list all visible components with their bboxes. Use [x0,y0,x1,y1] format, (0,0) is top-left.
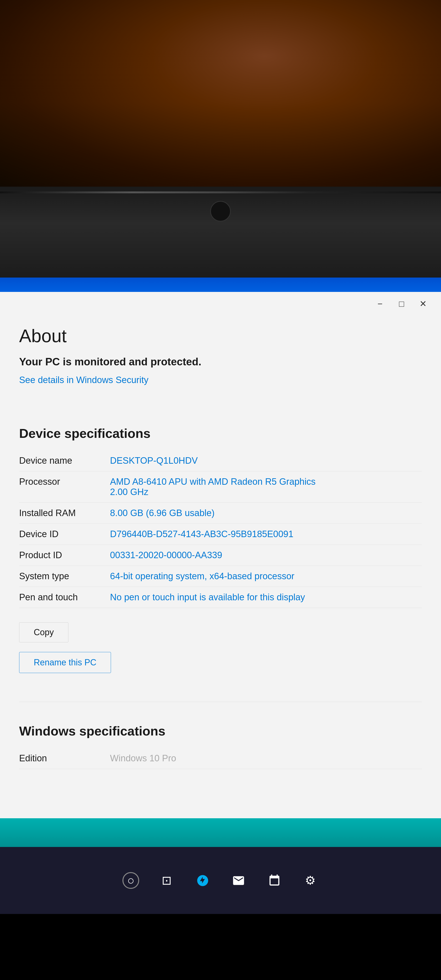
bottom-bar [0,818,441,847]
spec-value: Windows 10 Pro [110,748,422,769]
restore-button[interactable]: □ [393,298,410,310]
spec-value: 00331-20020-00000-AA339 [110,545,422,566]
spec-label: Device ID [19,524,110,545]
spec-label: Product ID [19,545,110,566]
edge-taskbar-icon[interactable] [192,870,213,891]
spec-label: Pen and touch [19,587,110,608]
windows-specs-title: Windows specifications [19,724,422,738]
table-row: Product ID00331-20020-00000-AA339 [19,545,422,566]
photo-background [0,0,441,187]
window-content: About Your PC is monitored and protected… [0,316,441,793]
table-row: Device nameDESKTOP-Q1L0HDV [19,450,422,471]
spec-value: No pen or touch input is available for t… [110,587,422,608]
bottom-dark-area: 31/12/2023 21:32 [0,914,441,980]
about-window: − □ ✕ About Your PC is monitored and pro… [0,292,441,818]
windows-specs-table: EditionWindows 10 Pro [19,748,422,769]
minimize-button[interactable]: − [372,298,389,310]
mail-taskbar-icon[interactable] [228,870,249,891]
table-row: Device IDD796440B-D527-4143-AB3C-95B9185… [19,524,422,545]
security-link[interactable]: See details in Windows Security [19,375,422,385]
rename-pc-button[interactable]: Rename this PC [19,652,111,673]
task-view-taskbar-icon[interactable]: ⊡ [156,870,178,891]
spec-value: D796440B-D527-4143-AB3C-95B9185E0091 [110,524,422,545]
spec-label: System type [19,566,110,587]
table-row: Pen and touchNo pen or touch input is av… [19,587,422,608]
titlebar: − □ ✕ [0,292,441,316]
table-row: ProcessorAMD A8-6410 APU with AMD Radeon… [19,471,422,503]
laptop-bezel [0,187,441,278]
spec-label: Processor [19,471,110,503]
spec-value: 64-bit operating system, x64-based proce… [110,566,422,587]
table-row: System type64-bit operating system, x64-… [19,566,422,587]
spec-value: AMD A8-6410 APU with AMD Radeon R5 Graph… [110,471,422,503]
device-specs-title: Device specifications [19,426,422,441]
device-specs-table: Device nameDESKTOP-Q1L0HDVProcessorAMD A… [19,450,422,608]
spec-label: Installed RAM [19,503,110,524]
spec-label: Edition [19,748,110,769]
copy-button[interactable]: Copy [19,622,68,643]
monitored-text: Your PC is monitored and protected. [19,356,422,368]
page-title: About [19,325,422,346]
search-circle-icon: ○ [122,872,139,889]
search-taskbar-icon[interactable]: ○ [120,870,141,891]
spec-value: DESKTOP-Q1L0HDV [110,450,422,471]
table-row: Installed RAM8.00 GB (6.96 GB usable) [19,503,422,524]
spec-value: 8.00 GB (6.96 GB usable) [110,503,422,524]
taskbar: ○ ⊡ ⚙ [0,847,441,914]
blue-strip [0,278,441,292]
close-button[interactable]: ✕ [415,298,431,310]
table-row: EditionWindows 10 Pro [19,748,422,769]
settings-taskbar-icon[interactable]: ⚙ [300,870,321,891]
windows-specs-section: Windows specifications EditionWindows 10… [19,702,422,769]
spec-label: Device name [19,450,110,471]
calendar-taskbar-icon[interactable] [263,870,285,891]
